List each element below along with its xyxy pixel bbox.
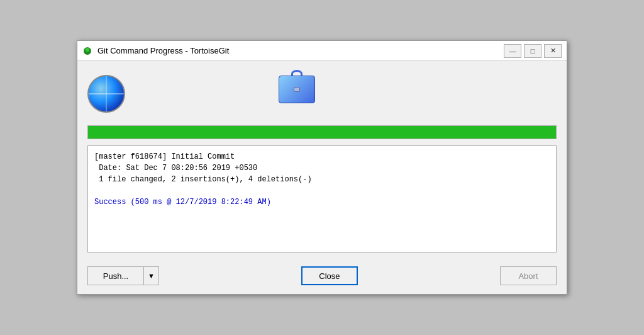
title-bar-left: Git Command Progress - TortoiseGit <box>82 46 229 56</box>
maximize-button[interactable]: □ <box>524 44 541 58</box>
footer: Push... ▼ Close Abort <box>77 260 567 294</box>
push-button[interactable]: Push... <box>87 266 144 285</box>
globe-icon <box>87 75 125 113</box>
abort-button[interactable]: Abort <box>500 266 557 285</box>
footer-center: Close <box>164 266 495 285</box>
main-window: Git Command Progress - TortoiseGit — □ ✕ <box>77 40 567 295</box>
progress-bar-fill <box>88 126 556 139</box>
icons-row <box>87 69 557 119</box>
output-line: 1 file changed, 2 insertions(+), 4 delet… <box>94 174 550 185</box>
tortoisegit-icon <box>82 46 92 56</box>
bag-icon-container <box>276 69 317 103</box>
bag-clasp <box>294 87 300 92</box>
title-bar: Git Command Progress - TortoiseGit — □ ✕ <box>77 41 567 61</box>
svg-point-1 <box>86 48 89 52</box>
title-bar-controls: — □ ✕ <box>504 44 562 58</box>
progress-bar-container <box>87 125 557 139</box>
bag-body <box>279 76 315 103</box>
push-dropdown-button[interactable]: ▼ <box>144 266 159 285</box>
success-line: Success (500 ms @ 12/7/2019 8:22:49 AM) <box>94 196 550 208</box>
bag-icon <box>276 69 317 103</box>
minimize-button[interactable]: — <box>504 44 521 58</box>
close-button[interactable]: Close <box>301 266 358 285</box>
output-area[interactable]: [master f618674] Initial Commit Date: Sa… <box>87 145 557 253</box>
window-title: Git Command Progress - TortoiseGit <box>97 46 229 55</box>
output-line: Date: Sat Dec 7 08:20:56 2019 +0530 <box>94 162 550 174</box>
close-window-button[interactable]: ✕ <box>544 44 562 58</box>
output-line <box>94 185 550 196</box>
footer-left: Push... ▼ <box>87 266 159 285</box>
output-line: [master f618674] Initial Commit <box>94 151 550 162</box>
window-body: [master f618674] Initial Commit Date: Sa… <box>77 61 567 260</box>
